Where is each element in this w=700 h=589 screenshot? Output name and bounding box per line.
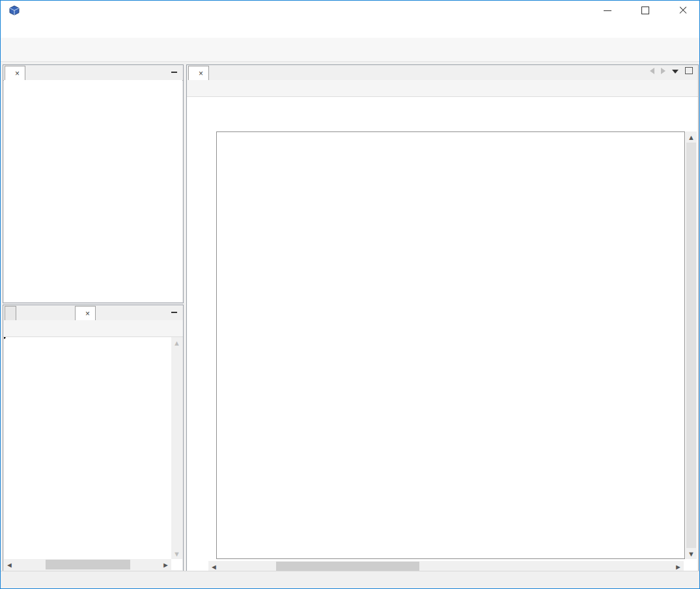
application-window: × × ▲ ▼ (0, 0, 700, 589)
maximize-icon (641, 7, 649, 14)
title-bar[interactable] (1, 1, 699, 20)
project-tree (4, 80, 182, 302)
tabs-scroll-left-icon[interactable] (650, 68, 654, 74)
basemap-panel: × ▲ ▼ ◄ ► (3, 305, 184, 571)
project-panel-tabrow: × (3, 65, 183, 81)
close-icon (679, 6, 688, 15)
minimize-button[interactable] (591, 1, 624, 20)
scroll-right-icon[interactable]: ► (160, 559, 171, 570)
tab-close-icon[interactable]: × (15, 69, 20, 78)
main-toolbar (1, 38, 699, 62)
scroll-left-icon[interactable]: ◄ (4, 559, 15, 570)
tab-seismic-section[interactable]: × (188, 66, 209, 81)
seismic-section-window: × ▲ ▼ ◄ ► (186, 64, 699, 571)
app-logo-icon (9, 5, 20, 16)
basemap-view[interactable]: ▲ ▼ ◄ ► (4, 337, 182, 570)
section-vscroll-thumb[interactable] (686, 143, 696, 548)
map-vscrollbar[interactable]: ▲ ▼ (171, 337, 182, 559)
minimize-icon (604, 10, 611, 11)
well-marker[interactable] (4, 337, 6, 339)
tabs-scroll-right-icon[interactable] (661, 68, 665, 74)
status-bar (1, 571, 699, 588)
project-data-panel: × (3, 64, 184, 303)
maximize-button[interactable] (629, 1, 662, 20)
tab-close-icon[interactable]: × (199, 69, 203, 78)
scroll-down-icon[interactable]: ▼ (171, 548, 182, 559)
tab-basemap[interactable]: × (75, 306, 96, 321)
seismic-image[interactable] (216, 131, 685, 559)
section-tabrow: × (187, 65, 698, 81)
tab-nav-buttons (650, 67, 693, 74)
section-toolbar (187, 80, 698, 97)
menu-bar (1, 20, 699, 38)
tabs-list-icon[interactable] (672, 70, 679, 74)
section-hscroll-thumb[interactable] (276, 562, 419, 571)
close-button[interactable] (667, 1, 699, 20)
basemap-panel-minimize-button[interactable] (169, 308, 179, 317)
seismic-plot-area: ▲ ▼ ◄ ► (187, 97, 698, 571)
tab-project-data[interactable]: × (5, 66, 25, 81)
project-panel-minimize-button[interactable] (169, 68, 179, 77)
survey-map (4, 337, 171, 553)
map-hscroll-thumb[interactable] (46, 560, 130, 569)
tab-close-icon[interactable]: × (85, 309, 90, 318)
tab-processing-tools[interactable] (5, 306, 16, 320)
section-vscrollbar[interactable]: ▲ ▼ (686, 131, 697, 559)
basemap-panel-tabrow: × (3, 305, 183, 321)
basemap-toolbar (3, 320, 183, 337)
map-hscrollbar[interactable]: ◄ ► (4, 559, 171, 570)
scroll-down-icon[interactable]: ▼ (686, 548, 697, 559)
scroll-up-icon[interactable]: ▲ (686, 131, 697, 143)
scroll-up-icon[interactable]: ▲ (171, 337, 182, 348)
restore-pane-icon[interactable] (685, 67, 693, 74)
